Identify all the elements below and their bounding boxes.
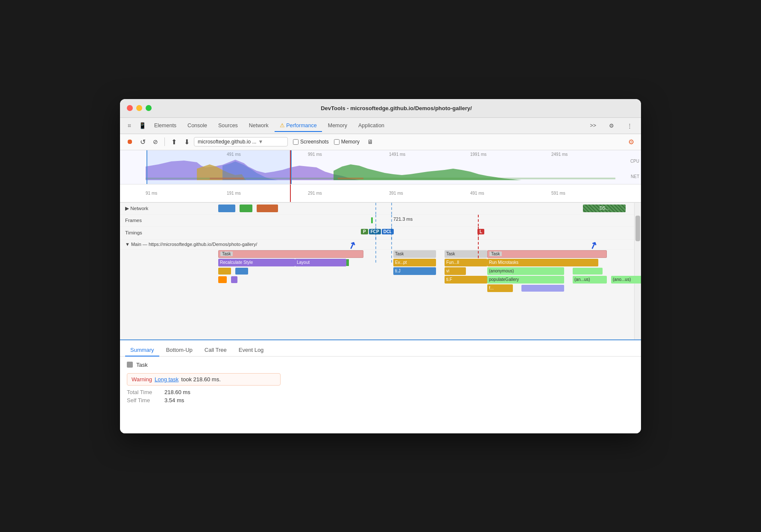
performance-toolbar: ⏺ ↺ ⊘ ⬆ ⬇ microsoftedge.github.io ... ▼ … [120,134,641,150]
frames-track-content[interactable] [214,215,641,226]
tij-block[interactable]: ti.J [393,267,436,275]
tracks-panel: ▶ Network DS... 721.3 ms Frames [120,203,641,339]
timings-track-content[interactable]: P FCP DCL L [214,227,641,239]
timeline-top[interactable]: 491 ms 991 ms 1491 ms 1991 ms 2491 ms [120,150,641,184]
layout-block[interactable]: Layout [295,259,346,266]
download-button[interactable]: ⬇ [181,136,192,147]
recalc-block[interactable]: Recalculate Style [218,259,295,266]
svg-rect-6 [338,178,363,179]
memory-checkbox[interactable]: Memory [334,139,360,145]
long-task-link[interactable]: Long task [155,376,179,383]
tab-call-tree[interactable]: Call Tree [199,344,232,357]
more-tabs-button[interactable]: >> [585,120,601,131]
window-title: DevTools - microsoftedge.github.io/Demos… [158,105,634,111]
anous-block[interactable] [573,268,603,275]
timeline-bottom-ruler[interactable]: 91 ms 191 ms 291 ms 391 ms 491 ms 591 ms [120,184,641,202]
btick-0: 91 ms [146,191,227,196]
task-block-1[interactable]: Task [218,250,363,258]
net-block-1[interactable] [218,205,235,212]
net-block-3[interactable] [257,205,278,212]
total-time-label: Total Time [127,389,161,395]
settings-icon[interactable]: ⚙ [604,120,619,132]
tab-bottom-up[interactable]: Bottom-Up [161,344,198,357]
network-track-content[interactable]: DS... [214,203,641,214]
performance-settings-button[interactable]: ⚙ [626,136,637,147]
tab-console[interactable]: Console [182,120,212,131]
upload-button[interactable]: ⬆ [168,136,179,147]
task-title: Task [136,362,148,368]
layout-marker [346,259,349,266]
flame-row-5: f... [214,284,641,292]
screenshots-checkbox[interactable]: Screenshots [293,139,329,145]
f-block[interactable]: f... [487,284,513,292]
purple-block[interactable] [231,276,237,283]
fcp-badge[interactable]: FCP [369,229,381,234]
more-options-icon[interactable]: ⋮ [622,120,638,132]
tab-application[interactable]: Application [353,120,389,131]
self-time-row: Self Time 3.54 ms [127,397,634,403]
tab-summary[interactable]: Summary [125,344,159,357]
tif-block[interactable]: ti.F [445,276,487,284]
net-label: NET [631,174,639,179]
close-button[interactable] [127,105,133,111]
flame-row-4: ti.F populateGallery (an...us) (ano...us… [214,275,641,284]
task-block-4[interactable]: Task [487,250,607,258]
timings-track-label[interactable]: Timings [120,230,214,235]
maximize-button[interactable] [146,105,152,111]
run-microtasks-block[interactable]: Run Microtasks [487,259,598,266]
task-block-3[interactable]: Task [445,250,487,258]
btick-5: 591 ms [551,191,632,196]
yellow-block-1[interactable] [218,268,231,275]
main-track-label[interactable]: ▼ Main — https://microsoftedge.github.io… [120,242,641,247]
tab-elements[interactable]: Elements [149,120,181,131]
warning-row: Warning Long task took 218.60 ms. [127,373,281,386]
stripe-block-1[interactable] [521,285,564,292]
red-dashed-main [478,228,479,263]
url-field[interactable]: microsoftedge.github.io ... ▼ [194,137,288,146]
anous2-block[interactable]: (ano...us) [611,276,641,284]
red-dashed-line [478,215,479,226]
tab-sources[interactable]: Sources [213,120,243,131]
vi-block[interactable]: vi [445,267,466,275]
record-button[interactable]: ⏺ [124,136,135,147]
reload-button[interactable]: ↺ [137,136,148,147]
total-time-value: 218.60 ms [164,389,190,395]
timeline-selection[interactable] [146,150,292,184]
blue-block-1[interactable] [235,268,248,275]
network-track-label[interactable]: ▶ Network [120,205,214,211]
capture-settings-icon[interactable]: 🖥 [365,136,376,147]
title-bar: DevTools - microsoftedge.github.io/Demos… [120,99,641,118]
funll-block[interactable]: Fun...ll [445,259,487,266]
device-icon[interactable]: 📱 [136,120,148,132]
tab-event-log[interactable]: Event Log [234,344,269,357]
dashed-frames-1 [375,215,376,226]
tab-performance[interactable]: ⚠ Performance [275,120,322,132]
btick-1: 191 ms [227,191,308,196]
anonymous-block[interactable]: (anonymous) [487,267,564,275]
p-badge[interactable]: P [361,229,368,234]
dashed-frames-2 [391,215,392,226]
ruler-tick-3: 1491 ms [389,152,470,157]
cursor-icon[interactable]: ⌗ [123,120,135,132]
frames-track-label[interactable]: Frames [120,218,214,223]
bottom-panel: Summary Bottom-Up Call Tree Event Log Ta… [120,339,641,433]
clear-button[interactable]: ⊘ [150,136,161,147]
evpt-block[interactable]: Ev...pt [393,259,436,266]
tab-network[interactable]: Network [244,120,274,131]
orange-block[interactable] [218,276,227,283]
main-track-header: ▼ Main — https://microsoftedge.github.io… [120,240,641,250]
minimize-button[interactable] [136,105,142,111]
populate-block[interactable]: populateGallery [487,276,564,284]
task-header: Task [127,362,634,368]
traffic-lights [127,105,152,111]
flame-graph[interactable]: Task ↙ Task Task Task ↙ [120,250,641,292]
warning-label: Warning [132,376,152,383]
tab-memory[interactable]: Memory [323,120,352,131]
checkbox-group: Screenshots Memory 🖥 [293,136,376,147]
timing-badges: P FCP DCL [361,229,394,234]
task-icon [127,362,133,368]
flame-row-1: Task ↙ Task Task Task ↙ [214,250,641,258]
task-block-2[interactable]: Task [393,250,436,258]
anus1-block[interactable]: (an...us) [573,276,607,284]
net-block-2[interactable] [240,205,252,212]
